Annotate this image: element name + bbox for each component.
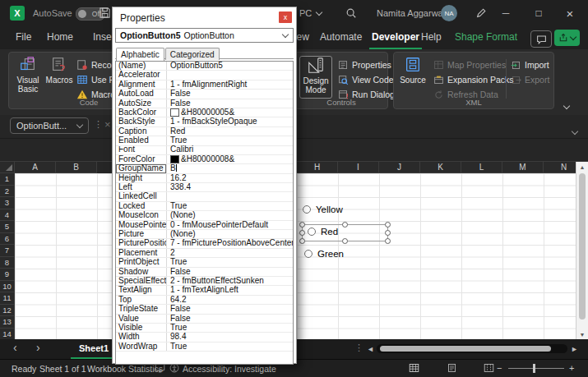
expand-formula-bar-chevron-icon[interactable] xyxy=(572,122,577,137)
comments-button[interactable] xyxy=(530,30,552,48)
import-button[interactable]: Import xyxy=(511,57,549,72)
option-button-control[interactable]: Yellow xyxy=(303,205,343,214)
property-value[interactable]: Calibri xyxy=(167,145,293,154)
property-value[interactable]: (None) xyxy=(167,211,293,220)
property-value[interactable]: False xyxy=(167,90,293,99)
property-value[interactable]: False xyxy=(167,305,293,314)
property-value[interactable]: 1 - fmAlignmentRight xyxy=(167,80,293,90)
ribbon-tab[interactable]: File xyxy=(13,27,34,48)
page-break-preview-icon[interactable] xyxy=(484,363,494,373)
property-row[interactable]: Value False xyxy=(116,315,293,324)
properties-ribbon-button[interactable]: Properties xyxy=(338,57,391,72)
property-row[interactable]: Visible True xyxy=(116,324,293,333)
property-value[interactable]: &H80000005& xyxy=(167,108,293,117)
property-row[interactable]: Left 338.4 xyxy=(116,183,293,192)
cancel-icon[interactable]: × xyxy=(104,118,111,131)
property-value[interactable]: 0 - fmMousePointerDefault xyxy=(167,221,293,230)
close-window-button[interactable]: × xyxy=(558,0,582,26)
macros-button[interactable]: Macros xyxy=(44,56,75,99)
option-button-control[interactable]: Green xyxy=(304,249,344,259)
name-box[interactable]: OptionButt... xyxy=(10,117,89,134)
selection-box[interactable] xyxy=(302,224,388,241)
property-row[interactable]: Font Calibri xyxy=(116,146,293,155)
pen-icon[interactable] xyxy=(475,7,487,19)
property-row[interactable]: PrintObject True xyxy=(116,258,293,267)
property-row[interactable]: WordWrap True xyxy=(116,343,293,352)
ribbon-tab[interactable]: Automate xyxy=(317,27,364,48)
scrollbar-dots-icon[interactable]: ⋮ xyxy=(354,343,363,353)
user-name[interactable]: Namita Aggarwal xyxy=(377,8,445,18)
close-panel-button[interactable]: x xyxy=(279,11,292,23)
property-row[interactable]: Enabled True xyxy=(116,136,293,145)
property-row[interactable]: PicturePosition 7 - fmPicturePositionAbo… xyxy=(116,239,293,248)
property-value[interactable]: 1 - fmTextAlignLeft xyxy=(167,286,293,295)
property-row[interactable]: MouseIcon (None) xyxy=(116,211,293,220)
next-sheet-icon[interactable]: › xyxy=(36,341,40,354)
property-row[interactable]: AutoSize False xyxy=(116,99,293,108)
ribbon-tab[interactable]: Home xyxy=(44,27,76,48)
search-icon[interactable] xyxy=(345,7,357,19)
zoom-in-button[interactable]: + xyxy=(569,363,574,373)
previous-sheet-icon[interactable]: ‹ xyxy=(13,341,17,354)
scroll-up-icon[interactable]: ▲ xyxy=(576,164,588,170)
property-row[interactable]: Top 64.2 xyxy=(116,296,293,305)
property-value[interactable]: 338.4 xyxy=(167,183,293,192)
property-value[interactable]: True xyxy=(167,324,293,333)
vertical-scroll-thumb[interactable] xyxy=(579,173,586,320)
property-row[interactable]: Placement 2 xyxy=(116,249,293,258)
view-code-button[interactable]: View Code xyxy=(338,72,394,87)
property-row[interactable]: Height 16.2 xyxy=(116,174,293,183)
visual-basic-button[interactable]: Visual Basic xyxy=(12,56,44,99)
ribbon-tab[interactable]: Help xyxy=(419,27,444,48)
property-value[interactable]: True xyxy=(167,136,293,145)
design-mode-button[interactable]: Design Mode xyxy=(299,56,332,99)
scroll-right-icon[interactable]: ► xyxy=(571,345,578,353)
property-row[interactable]: Alignment 1 - fmAlignmentRight xyxy=(116,80,293,90)
property-row[interactable]: Accelerator xyxy=(116,71,293,80)
minimize-button[interactable]: ─ xyxy=(493,0,518,26)
property-value[interactable]: 16.2 xyxy=(167,174,293,183)
property-row[interactable]: GroupName B xyxy=(116,164,293,173)
property-row[interactable]: TripleState False xyxy=(116,305,293,314)
property-value[interactable]: OptionButton5 xyxy=(167,62,293,71)
property-value[interactable]: 1 - fmBackStyleOpaque xyxy=(167,117,293,126)
property-value[interactable]: &H80000008& xyxy=(167,155,293,164)
property-value[interactable]: (None) xyxy=(167,230,293,239)
share-button[interactable] xyxy=(554,30,580,46)
source-button[interactable]: Source xyxy=(399,56,427,99)
normal-view-icon[interactable] xyxy=(409,363,419,373)
maximize-button[interactable]: □ xyxy=(526,0,551,26)
horizontal-scrollbar[interactable] xyxy=(377,344,567,353)
object-selector-dropdown[interactable]: OptionButton5 OptionButton xyxy=(115,28,294,43)
property-row[interactable]: MousePointer 0 - fmMousePointerDefault xyxy=(116,221,293,230)
avatar[interactable]: NA xyxy=(441,5,457,21)
saved-location-button[interactable]: PC xyxy=(299,8,322,18)
property-row[interactable]: (Name) OptionButton5 xyxy=(116,62,293,71)
property-value[interactable]: False xyxy=(167,268,293,277)
property-value[interactable]: True xyxy=(167,202,293,211)
property-value[interactable]: 7 - fmPicturePositionAboveCenter xyxy=(167,239,293,248)
property-value[interactable]: 2 xyxy=(167,249,293,258)
ribbon-tab[interactable]: Shape Format xyxy=(452,27,520,48)
vertical-scrollbar[interactable]: ▲ ▼ xyxy=(576,162,588,340)
property-row[interactable]: Picture (None) xyxy=(116,230,293,239)
save-icon[interactable] xyxy=(99,7,111,19)
page-layout-view-icon[interactable] xyxy=(447,363,457,373)
property-row[interactable]: BackColor &H80000005& xyxy=(116,108,293,117)
property-row[interactable]: LinkedCell xyxy=(116,192,293,201)
properties-panel-titlebar[interactable]: Properties x xyxy=(113,7,296,28)
property-value[interactable]: False xyxy=(167,99,293,108)
property-row[interactable]: AutoLoad False xyxy=(116,90,293,99)
property-row[interactable]: Locked True xyxy=(116,202,293,211)
property-row[interactable]: SpecialEffect 2 - fmButtonEffectSunken xyxy=(116,277,293,286)
property-row[interactable]: ForeColor &H80000008& xyxy=(116,155,293,164)
workbook-statistics-button[interactable]: Workbook Statistics xyxy=(87,364,163,374)
horizontal-scroll-thumb[interactable] xyxy=(380,346,551,352)
ribbon-tab[interactable]: Developer xyxy=(369,27,422,49)
collapse-ribbon-chevron-icon[interactable] xyxy=(564,97,569,112)
property-value[interactable]: Red xyxy=(167,127,293,136)
property-value[interactable]: 2 - fmButtonEffectSunken xyxy=(167,277,293,286)
scroll-down-icon[interactable]: ▼ xyxy=(576,332,588,338)
zoom-slider-handle[interactable] xyxy=(533,364,535,373)
sheet-tab-active[interactable]: Sheet1 xyxy=(71,339,117,359)
